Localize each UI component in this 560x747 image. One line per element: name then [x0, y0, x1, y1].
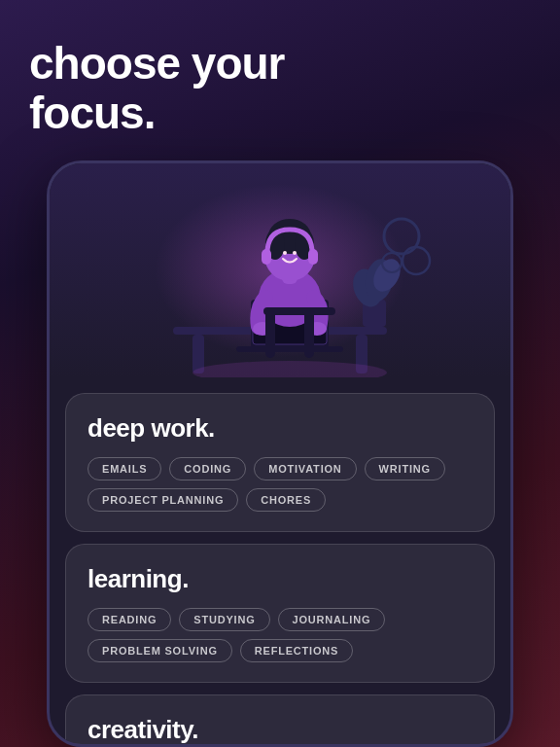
category-title-deep-work: deep work.	[88, 413, 472, 444]
tag-journaling[interactable]: JOURNALING	[278, 608, 386, 631]
tag-writing[interactable]: WRITING	[365, 457, 445, 480]
tag-reading[interactable]: READING	[88, 608, 171, 631]
category-card-creativity[interactable]: creativity.DESIGNINGGOAL SETTINGIDEATION	[65, 694, 495, 744]
svg-rect-28	[263, 307, 335, 315]
tag-emails[interactable]: EMAILS	[88, 457, 161, 480]
tag-project-planning[interactable]: PROJECT PLANNING	[88, 488, 238, 512]
tag-coding[interactable]: CODING	[169, 457, 246, 480]
person-illustration	[115, 183, 445, 377]
tag-problem-solving[interactable]: PROBLEM SOLVING	[88, 639, 232, 662]
category-card-deep-work[interactable]: deep work.EMAILSCODINGMOTIVATIONWRITINGP…	[65, 393, 495, 532]
svg-rect-22	[262, 249, 271, 265]
tags-learning: READINGSTUDYINGJOURNALINGPROBLEM SOLVING…	[88, 608, 472, 662]
svg-point-24	[283, 251, 287, 255]
tag-motivation[interactable]: MOTIVATION	[254, 457, 356, 480]
tag-chores[interactable]: CHORES	[246, 488, 326, 512]
tag-studying[interactable]: STUDYING	[179, 608, 269, 631]
device-frame: deep work.EMAILSCODINGMOTIVATIONWRITINGP…	[47, 160, 513, 747]
svg-rect-26	[265, 309, 275, 358]
page-title: choose yourfocus.	[29, 39, 531, 137]
svg-rect-27	[304, 309, 314, 358]
svg-point-7	[384, 219, 419, 254]
header: choose yourfocus.	[29, 39, 531, 137]
category-title-learning: learning.	[88, 564, 472, 594]
svg-point-25	[293, 251, 297, 255]
category-title-creativity: creativity.	[88, 715, 472, 744]
tag-reflections[interactable]: REFLECTIONS	[240, 639, 353, 662]
illustration-area	[50, 163, 510, 377]
svg-point-8	[402, 247, 430, 274]
tags-deep-work: EMAILSCODINGMOTIVATIONWRITINGPROJECT PLA…	[88, 457, 472, 512]
svg-rect-13	[236, 346, 343, 352]
scroll-area[interactable]: deep work.EMAILSCODINGMOTIVATIONWRITINGP…	[50, 377, 510, 744]
svg-rect-23	[308, 249, 318, 265]
category-card-learning[interactable]: learning.READINGSTUDYINGJOURNALINGPROBLE…	[65, 544, 495, 683]
